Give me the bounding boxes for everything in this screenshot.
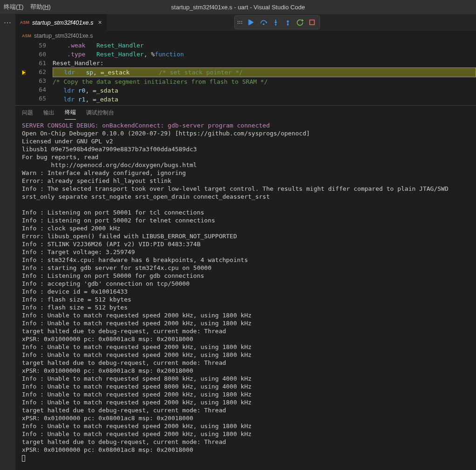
menubar: 终端(T) 帮助(H) startup_stm32f401xe.s - uart… — [0, 0, 476, 14]
tab-debug-console[interactable]: 调试控制台 — [86, 106, 114, 120]
code-line[interactable]: ldr r1, =_edata — [53, 95, 476, 104]
tab-problems[interactable]: 问题 — [22, 106, 33, 120]
asm-badge-icon: ASM — [20, 20, 29, 25]
svg-rect-4 — [310, 20, 314, 25]
svg-point-1 — [263, 23, 265, 25]
tab-terminal[interactable]: 终端 — [65, 106, 76, 120]
grip-icon[interactable] — [237, 21, 243, 24]
menu-terminal[interactable]: 终端(T) — [4, 3, 24, 11]
tab-output[interactable]: 输出 — [43, 106, 54, 120]
asm-badge-icon: ASM — [22, 34, 31, 38]
terminal-output[interactable]: SERVER CONSOLE DEBUG: onBackendConnect: … — [15, 120, 476, 470]
window-title: startup_stm32f401xe.s - uart - Visual St… — [171, 4, 305, 11]
tab-filename: startup_stm32f401xe.s — [32, 19, 94, 26]
code-line[interactable]: .type Reset_Handler, %function — [53, 50, 476, 59]
tab-row: ASM startup_stm32f401xe.s × — [15, 14, 476, 31]
current-line-icon — [22, 70, 26, 75]
code-line[interactable]: ldr sp, =_estack /* set stack pointer */ — [53, 67, 476, 77]
code-line[interactable]: ldr r0, =_sdata — [53, 86, 476, 95]
line-number-gutter: 5960616263646566 — [32, 41, 53, 105]
panel-tabs: 问题 输出 终端 调试控制台 — [15, 106, 476, 120]
bottom-panel: 问题 输出 终端 调试控制台 SERVER CONSOLE DEBUG: onB… — [15, 105, 476, 470]
menu-help[interactable]: 帮助(H) — [30, 3, 51, 11]
breadcrumb-path: startup_stm32f401xe.s — [34, 33, 93, 39]
code-line[interactable]: /* Copy the data segment initializers fr… — [53, 77, 476, 86]
step-into-button[interactable] — [270, 17, 281, 28]
step-over-button[interactable] — [258, 17, 269, 28]
step-out-button[interactable] — [282, 17, 293, 28]
close-icon[interactable]: × — [98, 19, 102, 26]
svg-rect-0 — [248, 20, 249, 25]
svg-point-3 — [287, 24, 289, 26]
overflow-menu-icon[interactable]: ··· — [4, 19, 11, 27]
editor-tab[interactable]: ASM startup_stm32f401xe.s × — [15, 14, 107, 31]
continue-button[interactable] — [246, 17, 257, 28]
stop-button[interactable] — [306, 17, 318, 28]
debug-toolbar — [234, 15, 320, 29]
svg-point-2 — [275, 24, 277, 26]
terminal-cursor — [22, 455, 25, 462]
restart-button[interactable] — [294, 17, 306, 28]
breadcrumb[interactable]: ASM startup_stm32f401xe.s — [15, 31, 476, 41]
activity-strip: ··· — [0, 14, 15, 470]
code-editor[interactable]: 5960616263646566 .weak Reset_Handler .ty… — [15, 41, 476, 105]
code-line[interactable]: Reset_Handler: — [53, 59, 476, 67]
code-line[interactable]: .weak Reset_Handler — [53, 41, 476, 50]
glyph-margin — [15, 41, 32, 105]
code-lines[interactable]: .weak Reset_Handler .type Reset_Handler,… — [53, 41, 476, 105]
